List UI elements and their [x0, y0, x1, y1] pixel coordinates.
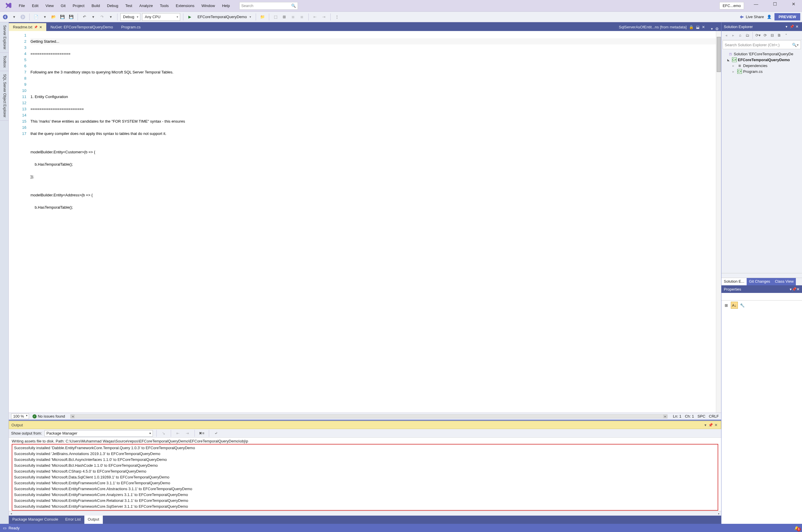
vertical-scrollbar[interactable] [716, 31, 721, 413]
tab-nuget[interactable]: NuGet: EFCoreTemporalQueryDemo [46, 23, 117, 31]
pin-icon[interactable]: 📌 [34, 25, 37, 29]
save-all-icon[interactable]: 💾 [68, 14, 75, 20]
account-icon[interactable]: 👤 [766, 14, 773, 20]
menu-tools[interactable]: Tools [157, 2, 172, 10]
expander-icon[interactable]: ◣ [727, 58, 731, 61]
close-icon[interactable]: ✕ [713, 423, 718, 427]
sync-icon[interactable]: ⟳▾ [755, 33, 761, 37]
toolbox-tab[interactable]: Toolbox [0, 53, 8, 71]
menu-edit[interactable]: Edit [29, 2, 42, 10]
dependencies-node[interactable]: ▹ ⊞ Dependencies [723, 63, 800, 69]
maximize-button[interactable]: ☐ [768, 1, 782, 10]
collapse-all-icon[interactable]: ⊟ [769, 33, 775, 37]
close-icon[interactable]: ✕ [797, 287, 800, 291]
goto-message-icon[interactable]: ↘ [160, 430, 167, 437]
platform-select[interactable]: Any CPU [142, 13, 180, 21]
alphabetical-icon[interactable]: A↓ [731, 302, 738, 309]
categorized-icon[interactable]: ⊞ [723, 302, 730, 309]
minimize-button[interactable]: — [749, 1, 763, 10]
solution-explorer-search[interactable]: Search Solution Explorer (Ctrl+;) 🔍▾ [723, 40, 801, 49]
menu-file[interactable]: File [15, 2, 29, 10]
uncomment-icon[interactable]: ≣ [298, 14, 306, 20]
comment-icon[interactable]: ≣ [290, 14, 297, 20]
close-button[interactable]: ✕ [787, 1, 800, 10]
refresh-icon[interactable]: ⟳ [762, 33, 768, 37]
solution-explorer-header[interactable]: Solution Explorer ▾ 📌 ✕ [722, 22, 802, 31]
run-target-select[interactable]: EFCoreTemporalQueryDemo [195, 13, 253, 21]
solution-name-label[interactable]: EFC...emo [719, 2, 744, 10]
toggle-icon[interactable]: ⊞ [281, 14, 288, 20]
server-explorer-tab[interactable]: Server Explorer [0, 22, 8, 53]
overflow-icon[interactable]: ⋮ [334, 14, 341, 20]
preview-button[interactable]: PREVIEW [774, 13, 800, 20]
project-node[interactable]: ◣ C# EFCoreTemporalQueryDemo [723, 57, 800, 63]
overflow-icon[interactable]: ” [783, 33, 789, 37]
start-debug-icon[interactable]: ▶ [186, 14, 193, 20]
code-content[interactable]: Getting Started... ================== Fo… [31, 31, 716, 413]
menu-test[interactable]: Test [122, 2, 136, 10]
back-icon[interactable]: ◂ [723, 33, 729, 37]
switch-views-icon[interactable]: 🗂 [744, 33, 750, 37]
live-share-button[interactable]: Live Share [739, 15, 764, 19]
solution-tree[interactable]: ◳ Solution 'EFCoreTemporalQueryDe ◣ C# E… [722, 50, 802, 273]
chevron-down-icon[interactable]: ▾ [11, 14, 18, 20]
clear-all-icon[interactable]: ✖≡ [198, 430, 205, 437]
solution-explorer-scrollbar[interactable] [722, 273, 802, 278]
close-icon[interactable]: ✕ [702, 25, 705, 29]
outdent-icon[interactable]: ⇥ [321, 14, 327, 20]
doc-outline-icon[interactable]: ⬚ [272, 14, 279, 20]
redo-icon[interactable]: ↷ [98, 14, 106, 20]
home-icon[interactable]: ⌂ [737, 33, 743, 37]
prev-message-icon[interactable]: ⇤ [175, 430, 182, 437]
menu-extensions[interactable]: Extensions [172, 2, 198, 10]
menu-help[interactable]: Help [219, 2, 234, 10]
tab-metadata[interactable]: SqlServerAsOfEntit...ns [from metadata] … [615, 23, 709, 31]
tab-readme[interactable]: Readme.txt 📌 ✕ [9, 23, 46, 31]
tab-git-changes[interactable]: Git Changes [747, 278, 772, 285]
properties-grid[interactable]: ⊞ A↓ 🔧 [722, 301, 802, 524]
word-wrap-icon[interactable]: ⤶ [213, 430, 220, 437]
search-box[interactable]: Search 🔍 [239, 2, 298, 10]
new-project-icon[interactable]: 📄 [33, 14, 39, 20]
close-icon[interactable]: ✕ [795, 24, 800, 29]
properties-combo[interactable] [722, 293, 802, 301]
menu-window[interactable]: Window [198, 2, 219, 10]
menu-build[interactable]: Build [88, 2, 104, 10]
menu-view[interactable]: View [42, 2, 57, 10]
properties-header[interactable]: Properties ▾ 📌 ✕ [722, 285, 802, 293]
nav-forward-icon[interactable] [19, 14, 26, 20]
show-all-files-icon[interactable]: 🗎 [776, 33, 782, 37]
issues-indicator[interactable]: ✓ No issues found [33, 414, 65, 418]
output-panel-header[interactable]: Output ▾ 📌 ✕ [9, 421, 721, 429]
tab-package-manager-console[interactable]: Package Manager Console [9, 516, 62, 524]
pin-icon[interactable]: 📌 [789, 24, 795, 29]
tab-program[interactable]: Program.cs [117, 23, 145, 31]
zoom-select[interactable]: 100 % [11, 414, 29, 419]
gear-icon[interactable]: ⚙ [715, 26, 719, 31]
indent-icon[interactable]: ⇤ [312, 14, 319, 20]
tab-output[interactable]: Output [84, 516, 103, 524]
sql-server-object-explorer-tab[interactable]: SQL Server Object Explorer [0, 71, 8, 120]
close-icon[interactable]: ✕ [39, 25, 42, 29]
forward-icon[interactable]: ▸ [730, 33, 736, 37]
tab-class-view[interactable]: Class View [772, 278, 796, 285]
promote-tab-icon[interactable]: ⬓ [696, 25, 699, 29]
menu-git[interactable]: Git [57, 2, 69, 10]
chevron-down-icon[interactable]: ▾ [703, 423, 708, 427]
chevron-down-icon[interactable]: ▾ [41, 14, 48, 20]
chevron-down-icon[interactable]: ▾ [790, 287, 792, 291]
expander-icon[interactable]: ▹ [733, 64, 736, 67]
code-editor[interactable]: 1234567891011121314151617 Getting Starte… [9, 31, 721, 413]
pin-icon[interactable]: 📌 [792, 287, 797, 291]
tab-error-list[interactable]: Error List [62, 516, 84, 524]
open-file-icon[interactable]: 📂 [50, 14, 57, 20]
output-horizontal-scrollbar[interactable] [9, 511, 721, 516]
expander-icon[interactable]: ▹ [733, 70, 736, 73]
solution-node[interactable]: ◳ Solution 'EFCoreTemporalQueryDe [723, 51, 800, 57]
chevron-down-icon[interactable]: ▾ [784, 24, 789, 29]
program-file-node[interactable]: ▹ C# Program.cs [723, 69, 800, 74]
nav-back-icon[interactable] [2, 14, 9, 20]
tab-solution-explorer[interactable]: Solution E... [722, 278, 747, 285]
notifications-button[interactable]: 🔔6 [795, 526, 799, 530]
menu-debug[interactable]: Debug [104, 2, 122, 10]
